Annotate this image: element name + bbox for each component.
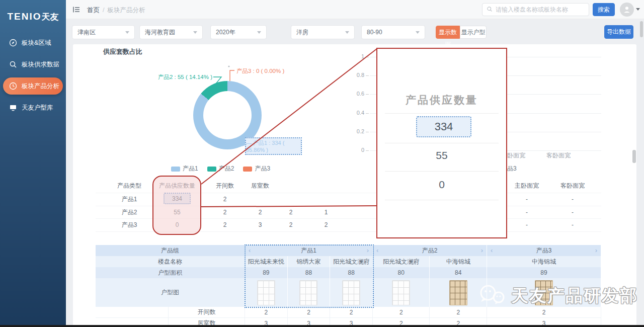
legend-item-product3[interactable]: 产品3 — [243, 165, 270, 173]
floor-plan-thumbnail — [449, 280, 467, 305]
clock-icon — [9, 82, 17, 90]
chevron-down-icon — [257, 31, 261, 34]
area-range-select[interactable]: 80-90 — [361, 25, 425, 39]
chevron-down-icon[interactable] — [636, 8, 640, 11]
row-divider — [96, 231, 601, 232]
table-row-floor-plan: 户型图 — [96, 278, 601, 307]
cell-project-name[interactable]: 阳光城文澜府 — [373, 256, 430, 267]
cell-rooms: 3 — [247, 221, 274, 229]
legend-item-product2[interactable]: 产品2 — [207, 165, 234, 173]
spacer-cell — [96, 307, 169, 318]
page-scrollbar-thumb[interactable] — [640, 21, 643, 37]
show-unit-button[interactable]: 显示户型 — [460, 26, 487, 39]
col-header-master-width: 主卧面宽 — [506, 182, 548, 190]
monitor-icon — [9, 104, 17, 112]
district-select[interactable]: 津南区 — [72, 25, 135, 39]
search-button[interactable]: 搜索 — [593, 3, 615, 16]
divider — [385, 113, 499, 114]
sidebar-item-label: 板块产品分析 — [22, 82, 59, 91]
cell-unit-area: 88 — [288, 267, 331, 278]
sidebar-item-region[interactable]: 板块&区域 — [0, 34, 66, 51]
divider — [385, 143, 499, 143]
block-select-value: 海河教育园 — [145, 28, 175, 37]
y-tick: 0.4 — [351, 110, 364, 116]
callout-value: 0 — [377, 179, 506, 191]
pie-label-product3: 产品3 : 0 ( 0.00% ) — [236, 67, 284, 75]
cell-floor-plan[interactable] — [430, 278, 487, 307]
search-icon — [9, 60, 17, 68]
cell-value: 1 — [312, 208, 340, 216]
breadcrumb-separator: / — [103, 7, 104, 14]
y-tickmark — [366, 94, 369, 95]
legend-swatch-salmon — [243, 167, 252, 172]
search-input[interactable] — [496, 6, 585, 13]
show-data-button[interactable]: 显示数据 — [436, 26, 460, 39]
cell-project-name[interactable]: 中海锦城 — [430, 256, 487, 267]
district-select-value: 津南区 — [77, 28, 96, 37]
col-header-rooms: 居室数 — [247, 182, 274, 190]
cell-supply-selected[interactable]: 334 — [164, 193, 191, 204]
cell-master-width: - — [506, 221, 548, 229]
block-select[interactable]: 海河教育园 — [139, 25, 203, 39]
sidebar-item-label: 板块供求数据 — [22, 60, 59, 69]
year-select[interactable]: 2020年 — [210, 25, 267, 39]
legend-item-product1[interactable]: 产品1 — [171, 165, 198, 173]
cell-floor-plan[interactable] — [245, 278, 288, 307]
cell-value: 2 — [312, 221, 340, 229]
y-tickmark — [366, 75, 369, 76]
year-select-value: 2020年 — [216, 28, 235, 37]
table-row-unit-area: 户型面积 89 88 88 80 84 89 — [96, 267, 601, 278]
cell-bays: 2 — [430, 307, 487, 318]
y-tick: 0.8 — [351, 72, 364, 78]
panel-scrollbar-thumb[interactable] — [632, 150, 636, 163]
cell-project-name[interactable]: 中海锦城 — [487, 256, 601, 267]
chevron-right-icon[interactable]: › — [367, 247, 369, 254]
sidebar-item-supply-demand[interactable]: 板块供求数据 — [0, 56, 66, 73]
avatar[interactable] — [620, 3, 634, 17]
pie-label-product1-highlight[interactable]: — 产品1 : 334 ( 85.86% ) — [245, 137, 302, 155]
y-tick: 0.6 — [351, 91, 364, 97]
legend-label: 产品3 — [255, 165, 270, 173]
chevron-right-icon[interactable]: › — [481, 247, 483, 254]
col-header-supply-count: 产品供应数量 — [152, 182, 202, 190]
row-label: 产品组 — [96, 245, 245, 256]
product-comparison-table: 产品组 ‹ 产品1 › ‹ 产品2 › ‹ 产品3 › 楼盘名称 阳光城未来悦 … — [96, 245, 601, 327]
chevron-left-icon[interactable]: ‹ — [376, 247, 378, 254]
cell-bays: 2 — [211, 221, 238, 229]
pie-chart-title: 供应套数占比 — [103, 47, 142, 56]
sidebar-item-product-analysis[interactable]: 板块产品分析 — [3, 77, 63, 95]
cell-floor-plan[interactable] — [487, 278, 601, 307]
topbar: 首页/板块产品分析 搜索 — [66, 0, 644, 19]
chevron-down-icon — [416, 31, 420, 34]
search-icon — [487, 6, 493, 14]
chevron-left-icon[interactable]: ‹ — [491, 247, 493, 254]
cell-project-name[interactable]: 锦绣大家 — [288, 256, 331, 267]
breadcrumb-home[interactable]: 首页 — [87, 7, 100, 14]
y-tickmark — [366, 132, 369, 132]
sidebar-item-unit-library[interactable]: 天友户型库 — [0, 99, 66, 116]
group-header-product3: ‹ 产品3 › — [487, 245, 601, 256]
cell-project-name[interactable]: 阳光城未来悦 — [245, 256, 288, 267]
cell-floor-plan[interactable] — [288, 278, 331, 307]
chevron-right-icon[interactable]: › — [595, 247, 597, 254]
cell-bays: 2 — [373, 307, 430, 318]
cell-project-name[interactable]: 阳光城文澜府 — [330, 256, 373, 267]
y-tickmark — [366, 113, 369, 114]
col-header-guest-width: 客卧面宽 — [551, 182, 594, 190]
cell-bays: 2 — [211, 195, 238, 203]
cell-master-width: - — [506, 195, 548, 203]
chevron-left-icon[interactable]: ‹ — [249, 247, 251, 254]
cell-bays: 2 — [245, 307, 288, 318]
cell-product-type: 产品1 — [96, 195, 163, 203]
compass-icon — [9, 39, 17, 47]
cell-floor-plan[interactable] — [330, 278, 373, 307]
legend-label: 产品1 — [183, 165, 198, 173]
group-header-product1: ‹ 产品1 › — [245, 245, 373, 256]
type-select[interactable]: 洋房 — [291, 25, 355, 39]
breadcrumb-current: 板块产品分析 — [107, 7, 145, 14]
collapse-menu-icon[interactable] — [72, 6, 80, 15]
export-data-button[interactable]: 导出数据 — [604, 25, 633, 39]
chevron-down-icon — [193, 31, 197, 34]
cell-unit-area: 80 — [373, 267, 430, 278]
cell-floor-plan[interactable] — [373, 278, 430, 307]
